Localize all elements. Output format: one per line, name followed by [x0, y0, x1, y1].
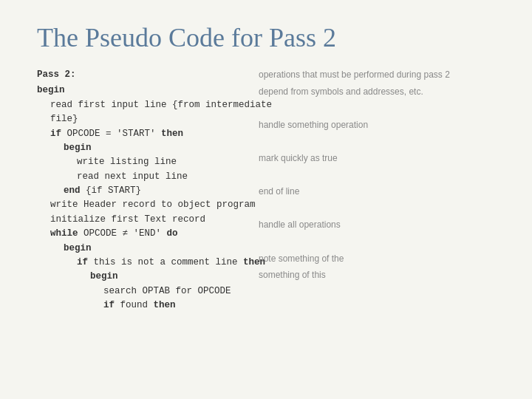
overlay-line-5: [259, 134, 495, 149]
content-area: Pass 2: begin read first input line {fro…: [37, 68, 495, 313]
slide-container: The Pseudo Code for Pass 2 Pass 2: begin…: [0, 0, 532, 399]
overlay-line-11: [259, 235, 495, 249]
overlay-line-7: [259, 168, 495, 183]
code-line-if-start: if OPCODE = 'START' then: [37, 127, 288, 141]
overlay-line-13: something of this: [259, 268, 495, 282]
overlay-line-10: handle all operations: [259, 218, 495, 232]
code-line-init-text: initialize first Text record: [37, 213, 288, 227]
overlay-text: operations that must be performed during…: [259, 68, 495, 285]
code-line-while: while OPCODE ≠ 'END' do: [37, 227, 288, 241]
code-line-read-first: read first input line {from intermediate…: [37, 98, 288, 127]
slide-title: The Pseudo Code for Pass 2: [37, 22, 495, 53]
code-line-if-comment: if this is not a comment line then: [37, 256, 288, 270]
overlay-line-2: depend from symbols and addresses, etc.: [259, 85, 495, 99]
code-line-write-header: write Header record to object program: [37, 198, 288, 212]
code-label: Pass 2:: [37, 68, 288, 82]
overlay-line-8: end of line: [259, 185, 495, 199]
overlay-line-9: [259, 202, 495, 216]
code-line-begin: begin: [37, 83, 288, 98]
code-line-if-found: if found then: [37, 299, 288, 313]
overlay-line-4: handle something operation: [259, 118, 495, 132]
code-line-begin3: begin: [37, 242, 288, 256]
overlay-line-1: operations that must be performed during…: [259, 68, 495, 82]
code-line-read-next: read next input line: [37, 170, 288, 184]
code-line-begin4: begin: [37, 270, 288, 284]
code-line-search: search OPTAB for OPCODE: [37, 284, 288, 299]
code-block: Pass 2: begin read first input line {fro…: [37, 68, 288, 313]
overlay-line-6: mark quickly as true: [259, 151, 495, 166]
code-line-begin2: begin: [37, 141, 288, 155]
code-line-write-listing: write listing line: [37, 155, 288, 169]
overlay-line-3: [259, 101, 495, 115]
code-line-end-start: end {if START}: [37, 184, 288, 198]
overlay-line-12: note something of the: [259, 252, 495, 266]
